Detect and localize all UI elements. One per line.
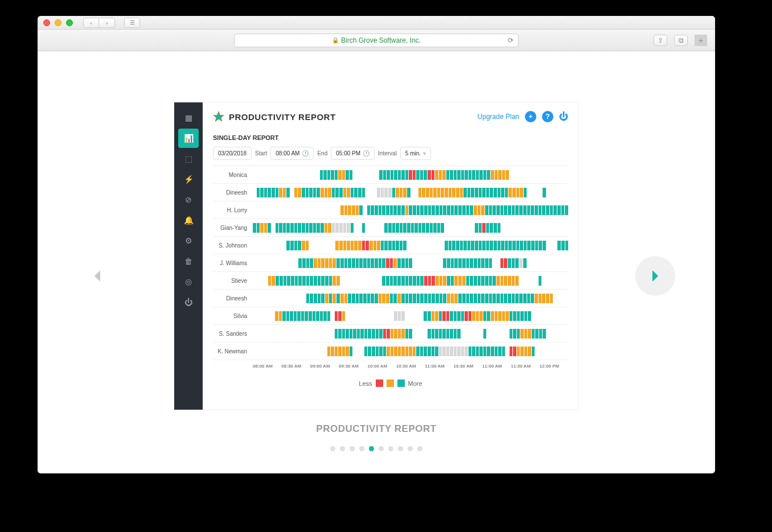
add-button[interactable]: +	[525, 111, 536, 122]
activity-bar	[253, 223, 568, 233]
maximize-window-icon[interactable]	[66, 19, 73, 26]
table-row: S. Sanders	[213, 325, 568, 343]
sidebar-reports-icon[interactable]: 📊	[178, 129, 199, 148]
table-row: Dineesh	[213, 184, 568, 201]
sidebar-cube-icon[interactable]: ⬚	[178, 149, 199, 168]
x-tick: 11:00 AM	[425, 364, 453, 369]
address-bar[interactable]: 🔒 Birch Grove Software, Inc. ⟳	[234, 34, 519, 47]
carousel-dots	[38, 446, 715, 451]
sidebar-bolt-icon[interactable]: ⚡	[178, 170, 199, 189]
row-label: Gian-Yang	[213, 225, 253, 231]
sidebar-target-icon[interactable]: ◎	[178, 272, 199, 291]
row-label: Monica	[213, 172, 253, 178]
interval-label: Interval	[378, 150, 397, 156]
carousel-dot[interactable]	[359, 446, 364, 451]
share-icon[interactable]: ⇪	[654, 35, 667, 46]
toolbar-right: ⇪ ⧉ +	[654, 35, 707, 46]
carousel-dot[interactable]	[408, 446, 413, 451]
activity-bar	[253, 276, 568, 286]
sidebar-toggle-icon[interactable]: ☰	[124, 18, 140, 28]
sidebar-block-icon[interactable]: ⊘	[178, 190, 199, 209]
table-row: J. Williams	[213, 254, 568, 272]
table-row: Stieve	[213, 272, 568, 290]
back-button[interactable]: ‹	[83, 18, 99, 28]
x-tick: 11:00 AM	[482, 364, 511, 369]
report-controls: 03/20/2018 Start 08:00 AM🕐 End 05:00 PM🕐…	[213, 147, 568, 160]
table-row: H. Lorry	[213, 201, 568, 219]
activity-bar	[253, 347, 568, 356]
new-tab-button[interactable]: +	[695, 35, 707, 46]
reload-icon[interactable]: ⟳	[508, 36, 514, 44]
table-row: Gian-Yang	[213, 219, 568, 237]
browser-window: ‹ › ☰ 🔒 Birch Grove Software, Inc. ⟳ ⇪ ⧉…	[38, 16, 715, 473]
carousel-dot[interactable]	[369, 446, 374, 451]
chevron-down-icon: ▾	[423, 150, 426, 156]
app-title: PRODUCTIVITY REPORT	[213, 111, 336, 122]
date-picker[interactable]: 03/20/2018	[213, 147, 252, 160]
x-tick: 10:00 AM	[367, 364, 396, 369]
upgrade-plan-link[interactable]: Upgrade Plan	[478, 113, 519, 121]
carousel-dot[interactable]	[350, 446, 355, 451]
carousel-next-button[interactable]	[635, 256, 675, 296]
carousel-dot[interactable]	[388, 446, 393, 451]
x-tick: 10:30 AM	[454, 364, 482, 369]
carousel-dot[interactable]	[417, 446, 422, 451]
app-header: PRODUCTIVITY REPORT Upgrade Plan + ? ⏻	[203, 102, 578, 131]
browser-toolbar: 🔒 Birch Grove Software, Inc. ⟳ ⇪ ⧉ +	[38, 30, 715, 51]
app-sidebar: ▦📊⬚⚡⊘🔔⚙🗑◎⏻	[174, 102, 203, 410]
row-label: K. Newman	[213, 348, 253, 354]
activity-bar	[253, 170, 568, 180]
minimize-window-icon[interactable]	[55, 19, 61, 26]
x-tick: 10:30 AM	[396, 364, 425, 369]
row-label: Stieve	[213, 278, 253, 284]
activity-bar	[253, 294, 568, 303]
carousel-dot[interactable]	[379, 446, 384, 451]
chart-legend: Less More	[213, 377, 568, 389]
report-subtitle: SINGLE-DAY REPORT	[213, 134, 568, 141]
row-label: Dineesh	[213, 295, 253, 302]
sidebar-dashboard-icon[interactable]: ▦	[178, 108, 199, 127]
table-row: Dineesh	[213, 290, 568, 307]
legend-swatch-teal	[397, 380, 405, 387]
forward-button[interactable]: ›	[99, 18, 115, 28]
svg-marker-0	[213, 112, 224, 122]
activity-bar	[253, 258, 568, 268]
x-tick: 08:00 AM	[253, 364, 281, 369]
carousel-dot[interactable]	[340, 446, 345, 451]
legend-more-label: More	[408, 380, 422, 387]
row-label: Dineesh	[213, 189, 253, 196]
app-screenshot: ▦📊⬚⚡⊘🔔⚙🗑◎⏻ PRODUCTIVITY REPORT Upgrade P…	[174, 102, 578, 410]
help-button[interactable]: ?	[542, 111, 553, 122]
end-time-picker[interactable]: 05:00 PM🕐	[331, 147, 375, 160]
table-row: K. Newman	[213, 343, 568, 360]
row-label: J. Williams	[213, 260, 253, 266]
start-time-picker[interactable]: 08:00 AM🕐	[270, 147, 314, 160]
sidebar-gear-icon[interactable]: ⚙	[178, 231, 199, 250]
x-tick: 08:30 AM	[281, 364, 310, 369]
interval-select[interactable]: 5 min.▾	[400, 147, 431, 160]
legend-swatch-yellow	[387, 380, 394, 387]
site-name: Birch Grove Software, Inc.	[341, 36, 421, 44]
carousel-prev-button[interactable]	[77, 256, 117, 296]
clock-icon: 🕐	[363, 150, 369, 156]
table-row: Monica	[213, 166, 568, 184]
sidebar-bell-icon[interactable]: 🔔	[178, 211, 199, 230]
tabs-icon[interactable]: ⧉	[674, 35, 688, 46]
table-row: Silvia	[213, 307, 568, 325]
x-tick: 09:00 AM	[310, 364, 339, 369]
carousel-caption: PRODUCTIVITY REPORT	[38, 423, 715, 435]
clock-icon: 🕐	[302, 150, 309, 156]
page-content: ▦📊⬚⚡⊘🔔⚙🗑◎⏻ PRODUCTIVITY REPORT Upgrade P…	[38, 51, 715, 473]
carousel-dot[interactable]	[398, 446, 403, 451]
sidebar-power-icon[interactable]: ⏻	[178, 292, 199, 312]
carousel-dot[interactable]	[330, 446, 335, 451]
chevron-left-icon	[92, 269, 102, 283]
sidebar-trash-icon[interactable]: 🗑	[178, 251, 199, 271]
activity-bar	[253, 329, 568, 339]
activity-bar	[253, 188, 568, 197]
power-icon[interactable]: ⏻	[559, 112, 568, 122]
x-axis: 08:00 AM08:30 AM09:00 AM09:30 AM10:00 AM…	[213, 360, 568, 377]
close-window-icon[interactable]	[43, 19, 50, 26]
report-body: SINGLE-DAY REPORT 03/20/2018 Start 08:00…	[203, 131, 578, 410]
window-titlebar: ‹ › ☰	[38, 16, 715, 30]
